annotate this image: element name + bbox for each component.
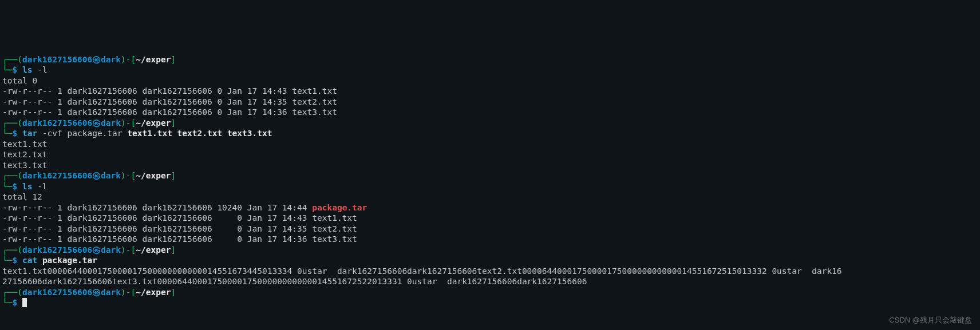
output-line: text2.txt	[2, 149, 978, 160]
output-line: text3.txt	[2, 160, 978, 171]
output-line: 27156606dark1627156606text3.txt000064400…	[2, 276, 978, 287]
cursor	[22, 298, 27, 307]
output-line: -rw-r--r-- 1 dark1627156606 dark16271566…	[2, 97, 978, 108]
prompt-line-1: ┌──(dark1627156606㉿dark)-[~/exper]	[2, 54, 978, 65]
output-line: total 12	[2, 192, 978, 202]
prompt-line-1: ┌──(dark1627156606㉿dark)-[~/exper]	[2, 118, 978, 129]
output-line: text1.txt0000644000175000017500000000000…	[2, 266, 978, 277]
prompt-line-1: ┌──(dark1627156606㉿dark)-[~/exper]	[2, 170, 978, 181]
output-line: -rw-r--r-- 1 dark1627156606 dark16271566…	[2, 213, 978, 224]
output-line: -rw-r--r-- 1 dark1627156606 dark16271566…	[2, 234, 978, 245]
terminal[interactable]: ┌──(dark1627156606㉿dark)-[~/exper]└─$ ls…	[0, 53, 980, 309]
prompt-line-2[interactable]: └─$ cat package.tar	[2, 255, 978, 266]
prompt-line-2[interactable]: └─$	[2, 297, 978, 308]
prompt-line-2[interactable]: └─$ tar -cvf package.tar text1.txt text2…	[2, 128, 978, 139]
prompt-line-2[interactable]: └─$ ls -l	[2, 181, 978, 192]
prompt-line-1: ┌──(dark1627156606㉿dark)-[~/exper]	[2, 245, 978, 256]
output-line: -rw-r--r-- 1 dark1627156606 dark16271566…	[2, 86, 978, 97]
output-line: -rw-r--r-- 1 dark1627156606 dark16271566…	[2, 224, 978, 234]
output-line: text1.txt	[2, 139, 978, 150]
prompt-line-1: ┌──(dark1627156606㉿dark)-[~/exper]	[2, 287, 978, 298]
output-line: total 0	[2, 75, 978, 86]
prompt-line-2[interactable]: └─$ ls -l	[2, 65, 978, 75]
output-line: -rw-r--r-- 1 dark1627156606 dark16271566…	[2, 107, 978, 118]
output-line: -rw-r--r-- 1 dark1627156606 dark16271566…	[2, 202, 978, 213]
watermark: CSDN @残月只会敲键盘	[889, 315, 972, 326]
